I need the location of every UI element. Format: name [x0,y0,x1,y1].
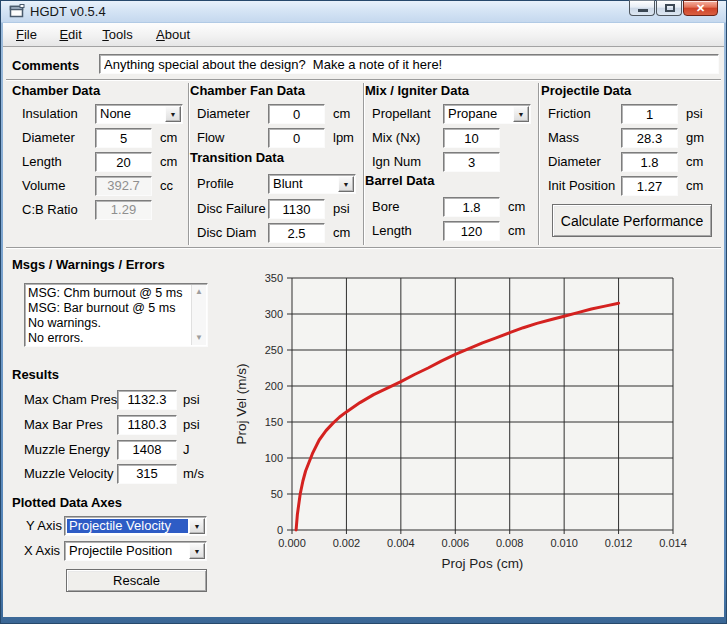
bore-unit: cm [508,197,525,217]
y-axis-value: Projectile Velocity [67,519,188,533]
chamber-diameter-unit: cm [160,128,177,148]
disc-failure-field[interactable] [268,199,325,219]
insulation-select[interactable]: None ▼ [95,104,183,124]
x-axis-select[interactable]: Projectile Position ▼ [64,541,207,561]
propellant-select[interactable]: Propane ▼ [443,104,531,124]
chevron-down-icon[interactable]: ▼ [338,176,354,192]
calculate-performance-button[interactable]: Calculate Performance [552,204,712,237]
messages-listbox[interactable]: MSG: Chm burnout @ 5 ms MSG: Bar burnout… [24,283,208,347]
menu-file[interactable]: File [13,27,40,42]
svg-text:0.004: 0.004 [387,537,415,549]
proj-diameter-unit: cm [686,152,703,172]
fan-diameter-label: Diameter [197,104,250,124]
divider [363,83,365,245]
muzzle-velocity-field: 315 [117,464,177,484]
ign-num-field[interactable] [443,152,500,172]
propellant-label: Propellant [372,104,431,124]
proj-diameter-field[interactable] [621,152,678,172]
svg-text:250: 250 [265,344,283,356]
propellant-value: Propane [446,107,512,121]
fan-flow-label: Flow [197,128,224,148]
mass-field[interactable] [621,128,678,148]
barrel-data-title: Barrel Data [365,173,434,188]
svg-text:200: 200 [265,380,283,392]
init-position-label: Init Position [548,176,615,196]
plotted-axes-title: Plotted Data Axes [12,495,122,510]
scroll-up-icon[interactable]: ▲ [192,285,206,299]
friction-field[interactable] [621,104,678,124]
bore-field[interactable] [443,197,500,217]
maximize-button[interactable] [656,0,682,16]
message-line: MSG: Bar burnout @ 5 ms [28,301,189,316]
messages-title: Msgs / Warnings / Errors [12,257,165,272]
volume-unit: cc [160,176,173,196]
app-icon [9,4,25,19]
max-cham-pres-field: 1132.3 [117,390,177,410]
mix-data-title: Mix / Igniter Data [365,83,469,98]
svg-text:0.002: 0.002 [333,537,361,549]
svg-text:100: 100 [265,452,283,464]
comments-label: Comments [12,58,79,73]
x-axis-value: Projectile Position [67,544,188,558]
close-icon: ✕ [684,1,717,16]
init-position-field[interactable] [621,176,678,196]
chevron-down-icon[interactable]: ▼ [165,106,181,122]
scroll-down-icon[interactable]: ▼ [192,331,206,345]
disc-diam-unit: cm [333,223,350,243]
disc-failure-unit: psi [333,199,350,219]
mix-nx-field[interactable] [443,128,500,148]
muzzle-energy-label: Muzzle Energy [24,440,110,460]
svg-text:0.010: 0.010 [550,537,578,549]
chevron-down-icon[interactable]: ▼ [189,518,205,534]
maximize-icon [665,4,675,12]
close-button[interactable]: ✕ [683,0,718,16]
comments-input[interactable] [99,54,719,74]
barrel-length-field[interactable] [443,221,500,241]
max-bar-pres-unit: psi [183,415,200,435]
fan-diameter-field[interactable] [268,104,325,124]
chamber-length-field[interactable] [95,152,152,172]
muzzle-energy-unit: J [183,440,190,460]
svg-text:0.000: 0.000 [278,537,306,549]
cb-ratio-field: 1.29 [95,200,152,220]
divider [538,83,540,245]
mix-nx-label: Mix (Nx) [372,128,420,148]
svg-text:300: 300 [265,308,283,320]
svg-text:Proj Pos (cm): Proj Pos (cm) [442,556,524,571]
minimize-button[interactable] [629,0,655,16]
muzzle-energy-field: 1408 [117,440,177,460]
minimize-icon [638,9,648,12]
y-axis-select[interactable]: Projectile Velocity ▼ [64,516,207,536]
message-line: No errors. [28,331,189,346]
results-title: Results [12,367,59,382]
menu-tools[interactable]: Tools [99,27,135,42]
disc-diam-field[interactable] [268,223,325,243]
chevron-down-icon[interactable]: ▼ [189,543,205,559]
profile-label: Profile [197,174,234,194]
mass-label: Mass [548,128,579,148]
messages-scrollbar[interactable]: ▲ ▼ [191,285,206,345]
init-position-unit: cm [686,176,703,196]
chamber-diameter-field[interactable] [95,128,152,148]
max-bar-pres-label: Max Bar Pres [24,415,103,435]
profile-select[interactable]: Blunt ▼ [268,174,356,194]
chamber-length-label: Length [22,152,62,172]
menubar: File Edit Tools About [3,23,724,47]
window-title: HGDT v0.5.4 [30,4,106,19]
velocity-position-chart: 0.0000.0020.0040.0060.0080.0100.0120.014… [228,260,706,590]
titlebar[interactable]: HGDT v0.5.4 ✕ [0,0,727,23]
insulation-label: Insulation [22,104,78,124]
rescale-button[interactable]: Rescale [66,569,207,592]
divider [6,79,721,81]
max-cham-pres-unit: psi [183,390,200,410]
menu-about[interactable]: About [153,27,193,42]
svg-text:0: 0 [277,524,283,536]
fan-diameter-unit: cm [333,104,350,124]
max-bar-pres-field: 1180.3 [117,415,177,435]
barrel-length-label: Length [372,221,412,241]
fan-flow-field[interactable] [268,128,325,148]
chevron-down-icon[interactable]: ▼ [513,106,529,122]
menu-edit[interactable]: Edit [56,27,84,42]
message-line: MSG: Chm burnout @ 5 ms [28,286,189,301]
projectile-data-title: Projectile Data [541,83,631,98]
